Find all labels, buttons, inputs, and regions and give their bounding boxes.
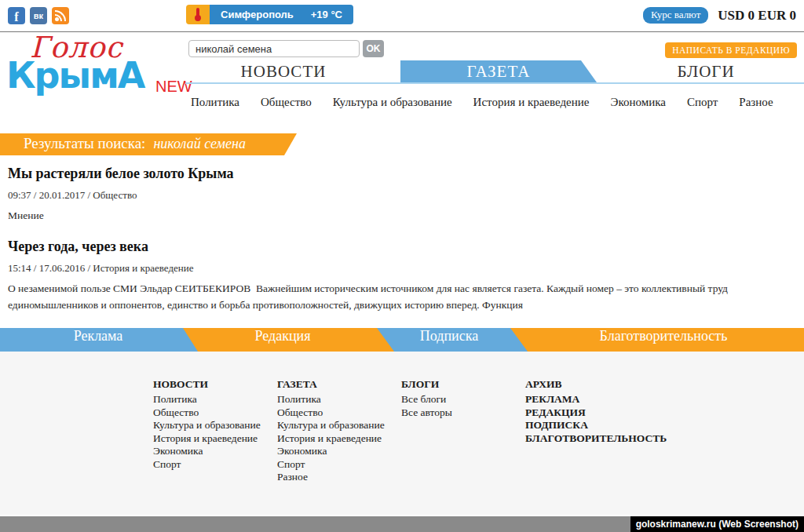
weather-city: Симферополь	[221, 9, 294, 20]
footer-columns: НОВОСТИ ПолитикаОбществоКультура и образ…	[153, 378, 649, 484]
footer-link[interactable]: Общество	[277, 406, 401, 420]
currency-rates-text: USD 0 EUR 0	[718, 8, 796, 24]
site-logo[interactable]: Голос КрымА NEW	[6, 34, 187, 95]
footer-link[interactable]: ПОДПИСКА	[525, 419, 649, 432]
subnav-item[interactable]: История и краеведение	[473, 96, 590, 109]
article-snippet: О незаменимой пользе СМИ Эльдар СЕИТБЕКИ…	[8, 280, 750, 313]
watermark-label: goloskrimanew.ru (Web Screenshot)	[630, 516, 804, 532]
article-title[interactable]: Мы растеряли белое золото Крыма	[8, 166, 750, 182]
footer-link[interactable]: Экономика	[153, 445, 277, 458]
write-to-editors-button[interactable]: НАПИСАТЬ В РЕДАКЦИЮ	[665, 42, 797, 58]
nav-tab[interactable]: НОВОСТИ	[185, 60, 382, 82]
site-footer: Реклама Редакция Подписка Благотворитель…	[0, 328, 804, 515]
footer-tab-redakcia[interactable]: Редакция	[255, 328, 311, 352]
footer-link[interactable]: Политика	[153, 393, 277, 406]
category-subnav: ПолитикаОбществоКультура и образованиеИс…	[191, 96, 773, 109]
footer-link[interactable]: Экономика	[277, 445, 401, 458]
footer-column: НОВОСТИ ПолитикаОбществоКультура и образ…	[153, 378, 277, 484]
footer-column-title[interactable]: НОВОСТИ	[153, 378, 277, 391]
footer-tab-reklama[interactable]: Реклама	[74, 328, 123, 352]
currency-block: Курс валют USD 0 EUR 0	[643, 7, 796, 24]
subnav-item[interactable]: Политика	[191, 96, 239, 109]
logo-text-kryma: КрымА	[6, 54, 144, 97]
search-result-item: Через года, через века 15:14 / 17.06.201…	[8, 239, 750, 313]
footer-link[interactable]: РЕДАКЦИЯ	[525, 406, 649, 420]
search-results-banner: Результаты поиска: николай семена	[0, 133, 297, 155]
article-meta: 09:37 / 20.01.2017 / Общество	[8, 189, 750, 202]
top-bar: f вк Симферополь +19 °C Курс валют USD 0…	[0, 0, 804, 31]
results-query: николай семена	[153, 136, 245, 151]
footer-link[interactable]: Все авторы	[401, 406, 525, 420]
results-title: Результаты поиска:	[24, 135, 145, 151]
search-results-list: Мы растеряли белое золото Крыма 09:37 / …	[8, 166, 750, 328]
currency-rates-button[interactable]: Курс валют	[643, 7, 708, 24]
rss-arc-large	[55, 10, 66, 21]
facebook-icon[interactable]: f	[8, 7, 25, 24]
footer-link[interactable]: Все блоги	[401, 393, 525, 406]
main-nav: НОВОСТИГАЗЕТАБЛОГИ	[185, 60, 804, 84]
footer-link[interactable]: История и краеведение	[153, 432, 277, 446]
footer-link[interactable]: История и краеведение	[277, 432, 401, 446]
footer-column: ГАЗЕТА ПолитикаОбществоКультура и образо…	[277, 378, 401, 484]
footer-column-title[interactable]: БЛОГИ	[401, 378, 525, 391]
search-result-item: Мы растеряли белое золото Крыма 09:37 / …	[8, 166, 750, 224]
footer-link[interactable]: Разное	[277, 471, 401, 484]
article-meta: 15:14 / 17.06.2016 / История и краеведен…	[8, 262, 750, 275]
footer-link[interactable]: Политика	[277, 393, 401, 406]
social-icons: f вк	[8, 7, 69, 24]
footer-link[interactable]: РЕКЛАМА	[525, 393, 649, 406]
vk-icon[interactable]: вк	[30, 7, 47, 24]
thermometer-icon	[186, 5, 210, 24]
subnav-item[interactable]: Экономика	[610, 96, 665, 109]
subnav-item[interactable]: Культура и образование	[333, 96, 452, 109]
bottom-gray-bar: goloskrimanew.ru (Web Screenshot)	[0, 516, 804, 532]
footer-tab-bar: Реклама Редакция Подписка Благотворитель…	[0, 328, 804, 352]
weather-widget[interactable]: Симферополь +19 °C	[186, 5, 353, 24]
article-title[interactable]: Через года, через века	[8, 239, 750, 255]
footer-link[interactable]: Спорт	[277, 458, 401, 472]
nav-tab[interactable]: ГАЗЕТА	[400, 60, 597, 82]
footer-column: АРХИВ РЕКЛАМАРЕДАКЦИЯПОДПИСКАБЛАГОТВОРИТ…	[525, 378, 649, 484]
subnav-item[interactable]: Спорт	[687, 96, 718, 109]
weather-temp: +19 °C	[311, 9, 342, 20]
article-snippet: Мнение	[8, 207, 750, 224]
search-ok-button[interactable]: OK	[363, 40, 384, 57]
subnav-item[interactable]: Общество	[261, 96, 312, 109]
search-form: OK	[188, 40, 384, 57]
footer-link[interactable]: Спорт	[153, 458, 277, 472]
nav-tab[interactable]: БЛОГИ	[608, 60, 804, 82]
footer-link[interactable]: Культура и образование	[153, 419, 277, 432]
footer-link[interactable]: Общество	[153, 406, 277, 420]
footer-tab-podpiska[interactable]: Подписка	[420, 328, 478, 352]
footer-column: БЛОГИ Все блогиВсе авторы	[401, 378, 525, 484]
footer-column-title[interactable]: ГАЗЕТА	[277, 378, 401, 391]
footer-column-title[interactable]: АРХИВ	[525, 378, 649, 391]
search-input[interactable]	[188, 40, 360, 57]
subnav-item[interactable]: Разное	[739, 96, 773, 109]
footer-tab-blago[interactable]: Благотворительность	[600, 328, 728, 352]
footer-link[interactable]: БЛАГОТВОРИТЕЛЬНОСТЬ	[525, 432, 649, 446]
rss-icon[interactable]	[52, 7, 69, 24]
footer-link[interactable]: Культура и образование	[277, 419, 401, 432]
